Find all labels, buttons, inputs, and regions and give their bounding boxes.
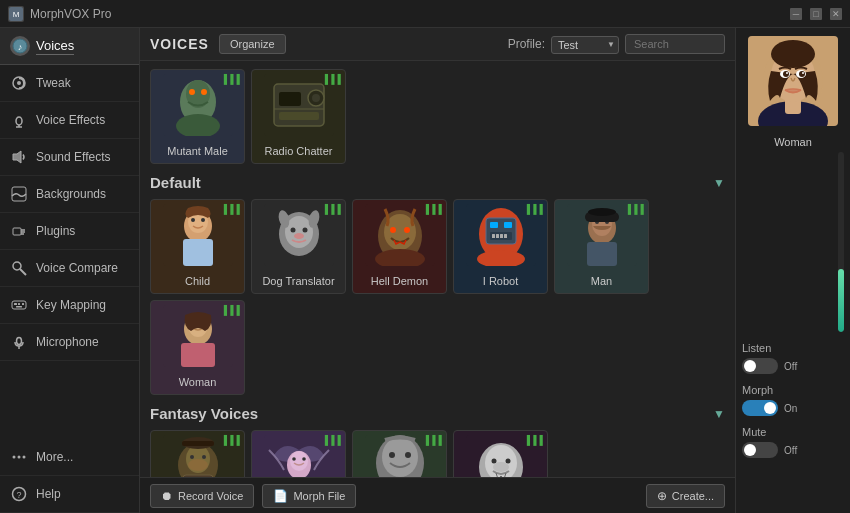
record-icon: ⏺ <box>161 489 173 503</box>
sidebar-item-voice-compare[interactable]: Voice Compare <box>0 250 139 287</box>
voice-item-woman[interactable]: ▐▐▐ Woman <box>150 300 245 395</box>
svg-point-124 <box>786 72 788 74</box>
maximize-button[interactable]: □ <box>810 8 822 20</box>
svg-text:M: M <box>13 10 20 19</box>
fantasy-section-toggle[interactable]: ▼ <box>713 407 725 421</box>
svg-point-125 <box>802 72 804 74</box>
svg-marker-8 <box>13 151 21 163</box>
voice-name: Man <box>591 275 612 287</box>
svg-rect-68 <box>496 234 499 238</box>
signal-icon: ▐▐▐ <box>524 435 543 445</box>
app-icon: M <box>8 6 24 22</box>
voice-item-giant[interactable]: ▐▐▐ Giant <box>352 430 447 477</box>
listen-toggle[interactable] <box>742 358 778 374</box>
svg-rect-77 <box>587 242 617 266</box>
bottombar: ⏺ Record Voice 📄 Morph File ⊕ Create... <box>140 477 735 513</box>
svg-rect-18 <box>18 303 20 305</box>
sidebar-item-more[interactable]: More... <box>0 439 139 476</box>
voice-item-radio-chatter[interactable]: ▐▐▐ Radio Chatter <box>251 69 346 164</box>
voice-item-nasty-gnome[interactable]: ▐▐▐ Nasty Gnome <box>453 430 548 477</box>
content-area: VOICES Organize Profile: Test Default Ga… <box>140 28 735 513</box>
sidebar-item-voices[interactable]: ♪ Voices <box>0 28 139 65</box>
svg-point-5 <box>16 117 22 125</box>
signal-icon: ▐▐▐ <box>322 204 341 214</box>
signal-icon: ▐▐▐ <box>221 435 240 445</box>
mute-toggle[interactable] <box>742 442 778 458</box>
profile-select[interactable]: Test Default Gaming Podcast <box>551 36 619 54</box>
voice-name: I Robot <box>483 275 518 287</box>
voice-compare-icon <box>10 259 28 277</box>
voice-item-man[interactable]: ▐▐▐ Man <box>554 199 649 294</box>
morph-state: On <box>784 403 797 414</box>
sidebar-item-sound-effects[interactable]: Sound Effects <box>0 139 139 176</box>
svg-point-38 <box>312 94 320 102</box>
key-mapping-icon <box>10 296 28 314</box>
sidebar-item-voice-effects[interactable]: Voice Effects <box>0 102 139 139</box>
svg-point-97 <box>290 451 308 471</box>
record-voice-button[interactable]: ⏺ Record Voice <box>150 484 254 508</box>
voice-item-child[interactable]: ▐▐▐ Child <box>150 199 245 294</box>
voices-scroll-area[interactable]: ▐▐▐ Mutant Male <box>140 61 735 477</box>
svg-point-104 <box>389 452 395 458</box>
svg-point-110 <box>491 459 496 464</box>
svg-text:♪: ♪ <box>18 42 23 52</box>
svg-point-52 <box>294 233 304 239</box>
profile-area: Profile: Test Default Gaming Podcast <box>508 34 725 54</box>
default-section-toggle[interactable]: ▼ <box>713 176 725 190</box>
sound-effects-label: Sound Effects <box>36 150 111 164</box>
organize-button[interactable]: Organize <box>219 34 286 54</box>
morph-toggle-row: On <box>742 400 844 416</box>
voice-item-hell-demon[interactable]: ▐▐▐ Hell Demon <box>352 199 447 294</box>
fantasy-section-title: Fantasy Voices <box>150 405 258 422</box>
svg-point-79 <box>588 208 616 216</box>
svg-point-99 <box>302 457 306 461</box>
sidebar-item-plugins[interactable]: Plugins <box>0 213 139 250</box>
featured-voices-grid: ▐▐▐ Mutant Male <box>150 69 725 164</box>
sidebar-item-backgrounds[interactable]: Backgrounds <box>0 176 139 213</box>
mute-toggle-row: Off <box>742 442 844 458</box>
create-icon: ⊕ <box>657 489 667 503</box>
signal-icon: ▐▐▐ <box>221 74 240 84</box>
morph-file-button[interactable]: 📄 Morph File <box>262 484 356 508</box>
svg-point-14 <box>13 262 21 270</box>
signal-icon: ▐▐▐ <box>221 204 240 214</box>
plugins-icon <box>10 222 28 240</box>
voice-item-mutant-male[interactable]: ▐▐▐ Mutant Male <box>150 69 245 164</box>
svg-rect-64 <box>490 222 498 228</box>
svg-point-105 <box>405 452 411 458</box>
morph-toggle[interactable] <box>742 400 778 416</box>
create-button[interactable]: ⊕ Create... <box>646 484 725 508</box>
voice-item-dwarf[interactable]: ▐▐▐ Dwarf <box>150 430 245 477</box>
voice-item-i-robot[interactable]: ▐▐▐ I Robot <box>453 199 548 294</box>
svg-rect-46 <box>183 239 213 266</box>
svg-line-15 <box>20 269 26 275</box>
voice-item-dog-translator[interactable]: ▐▐▐ Dog Translator <box>251 199 346 294</box>
sidebar-item-microphone[interactable]: Microphone <box>0 324 139 361</box>
voices-label: Voices <box>36 38 74 55</box>
avatar-image <box>748 36 838 126</box>
backgrounds-icon <box>10 185 28 203</box>
svg-point-23 <box>13 456 16 459</box>
backgrounds-label: Backgrounds <box>36 187 106 201</box>
plugins-label: Plugins <box>36 224 75 238</box>
create-label: Create... <box>672 490 714 502</box>
sidebar-item-help[interactable]: ? Help <box>0 476 139 513</box>
listen-section: Listen Off <box>742 342 844 374</box>
close-button[interactable]: ✕ <box>830 8 842 20</box>
svg-rect-10 <box>13 228 21 235</box>
sidebar-item-tweak[interactable]: Tweak <box>0 65 139 102</box>
svg-point-90 <box>202 455 206 459</box>
right-panel: Woman Listen Off Morph On Mute <box>735 28 850 513</box>
minimize-button[interactable]: ─ <box>790 8 802 20</box>
voice-name: Woman <box>179 376 217 388</box>
profile-label: Profile: <box>508 37 545 51</box>
svg-point-50 <box>290 228 295 233</box>
voice-item-female-pixie[interactable]: ▐▐▐ Female Pixie <box>251 430 346 477</box>
volume-bar <box>838 152 844 332</box>
app-title: MorphVOX Pro <box>30 7 790 21</box>
svg-rect-20 <box>16 306 22 308</box>
sidebar-item-key-mapping[interactable]: Key Mapping <box>0 287 139 324</box>
listen-state: Off <box>784 361 797 372</box>
search-input[interactable] <box>625 34 725 54</box>
help-label: Help <box>36 487 61 501</box>
